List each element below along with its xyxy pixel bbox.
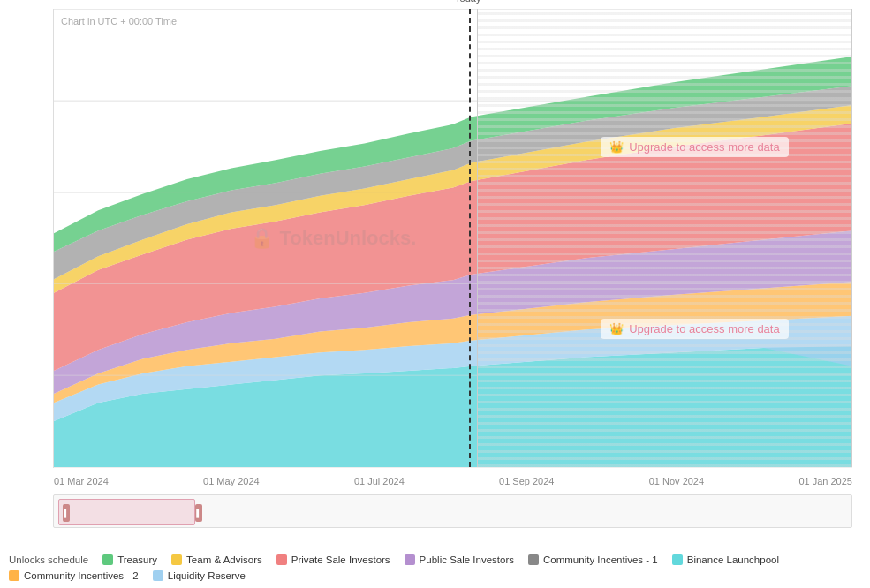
chart-area: Chart in UTC + 00:00 Time 🔒 TokenUnlocks… (53, 9, 852, 468)
legend: Unlocks schedule Treasury Team & Advisor… (0, 554, 870, 581)
crown-icon-bottom: 👑 (609, 322, 624, 335)
community1-color (528, 554, 539, 565)
upgrade-text-top: Upgrade to access more data (629, 140, 780, 154)
x-axis: 01 Mar 2024 01 May 2024 01 Jul 2024 01 S… (54, 476, 852, 486)
team-label: Team & Advisors (186, 554, 262, 565)
x-label-may: 01 May 2024 (203, 476, 260, 486)
today-label: Today (455, 0, 480, 4)
scrollbar-handle-right[interactable]: ▌ (195, 504, 202, 522)
legend-item-public: Public Sale Investors (405, 554, 514, 565)
treasury-color (102, 554, 113, 565)
x-label-mar: 01 Mar 2024 (54, 476, 109, 486)
chart-container: 1.00b 800m 600m 400m 200m 0 Chart in UTC… (0, 0, 870, 588)
legend-item-private: Private Sale Investors (276, 554, 390, 565)
public-label: Public Sale Investors (420, 554, 514, 565)
legend-item-liquidity: Liquidity Reserve (153, 570, 246, 581)
community2-color (9, 570, 19, 581)
legend-header: Unlocks schedule (9, 554, 88, 565)
legend-item-community2: Community Incentives - 2 (9, 570, 139, 581)
public-color (405, 554, 415, 565)
x-label-nov: 01 Nov 2024 (649, 476, 704, 486)
binance-label: Binance Launchpool (687, 554, 779, 565)
x-label-jul: 01 Jul 2024 (354, 476, 405, 486)
future-overlay (477, 9, 852, 467)
crown-icon-top: 👑 (609, 140, 624, 154)
scrollbar-thumb[interactable]: ▌ ▌ (58, 499, 195, 525)
x-label-jan: 01 Jan 2025 (798, 476, 852, 486)
upgrade-text-bottom: Upgrade to access more data (629, 322, 780, 335)
liquidity-label: Liquidity Reserve (168, 570, 246, 581)
today-line: Today (469, 9, 471, 467)
scrollbar-handle-left[interactable]: ▌ (63, 504, 70, 522)
team-color (171, 554, 182, 565)
legend-item-treasury: Treasury (102, 554, 157, 565)
legend-item-community1: Community Incentives - 1 (528, 554, 658, 565)
upgrade-banner-top[interactable]: 👑 Upgrade to access more data (601, 137, 789, 157)
liquidity-color (153, 570, 163, 581)
community2-label: Community Incentives - 2 (24, 570, 139, 581)
private-color (276, 554, 287, 565)
upgrade-banner-bottom[interactable]: 👑 Upgrade to access more data (601, 319, 789, 339)
private-label: Private Sale Investors (291, 554, 390, 565)
community1-label: Community Incentives - 1 (543, 554, 658, 565)
scrollbar[interactable]: ▌ ▌ (53, 494, 852, 528)
legend-item-binance: Binance Launchpool (672, 554, 779, 565)
x-label-sep: 01 Sep 2024 (499, 476, 554, 486)
binance-color (672, 554, 683, 565)
legend-item-team: Team & Advisors (171, 554, 262, 565)
treasury-label: Treasury (117, 554, 157, 565)
